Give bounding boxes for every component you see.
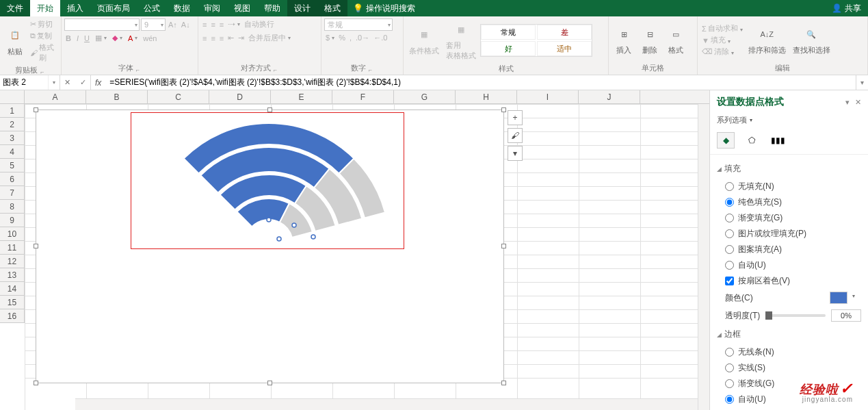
panel-close-icon[interactable]: ✕ (855, 98, 861, 107)
conditional-formatting[interactable]: ▦条件格式 (406, 24, 442, 57)
col-C[interactable]: C (148, 90, 209, 103)
series-options-dropdown[interactable]: 系列选项▾ (710, 114, 868, 129)
increase-decimal[interactable]: .0→ (354, 33, 371, 42)
col-J[interactable]: J (579, 90, 640, 103)
row-2[interactable]: 2 (0, 118, 24, 131)
color-picker[interactable] (830, 292, 847, 304)
bold-button[interactable]: B (64, 33, 73, 43)
select-all-corner[interactable] (0, 90, 25, 103)
number-format[interactable]: 常规 (324, 18, 393, 31)
handle-bl[interactable] (34, 381, 38, 385)
row-6[interactable]: 6 (0, 172, 24, 186)
col-D[interactable]: D (209, 90, 271, 103)
style-normal[interactable]: 常规 (481, 25, 536, 40)
no-line-radio[interactable]: 无线条(N) (717, 344, 861, 360)
orientation[interactable]: ⭬ (226, 20, 241, 29)
style-bad[interactable]: 差 (537, 25, 592, 40)
pattern-fill-radio[interactable]: 图案填充(A) (717, 242, 861, 257)
row-7[interactable]: 7 (0, 186, 24, 200)
number-launcher[interactable]: ⌐ (367, 66, 373, 73)
chart-elements-button[interactable]: + (508, 110, 523, 125)
tab-file[interactable]: 文件 (0, 0, 30, 16)
row-9[interactable]: 9 (0, 214, 24, 227)
worksheet-grid[interactable]: A B C D E F G H I J 12345678910111213141… (0, 90, 709, 410)
row-14[interactable]: 14 (0, 282, 24, 296)
col-E[interactable]: E (271, 90, 332, 103)
font-name[interactable] (64, 18, 140, 31)
transparency-value[interactable]: 0% (831, 309, 861, 322)
row-10[interactable]: 10 (0, 227, 24, 241)
align-bottom[interactable]: ≡ (218, 20, 225, 29)
increase-font[interactable]: A↑ (167, 18, 179, 31)
italic-button[interactable]: I (75, 33, 80, 43)
cell-styles-gallery[interactable]: 常规 差 好 适中 (480, 24, 592, 57)
tab-data[interactable]: 数据 (167, 0, 197, 16)
chart-object[interactable]: + 🖌 ▾ (36, 110, 504, 383)
align-left[interactable]: ≡ (201, 34, 208, 43)
tell-me[interactable]: 💡操作说明搜索 (347, 0, 421, 16)
border-section[interactable]: 边框 (717, 324, 861, 344)
find-select[interactable]: 🔍查找和选择 (790, 23, 833, 57)
decrease-decimal[interactable]: ←.0 (372, 33, 389, 42)
align-top[interactable]: ≡ (201, 20, 208, 29)
horizontal-scrollbar[interactable] (75, 398, 698, 410)
tab-format[interactable]: 格式 (317, 0, 347, 16)
col-G[interactable]: G (394, 90, 456, 103)
sort-filter[interactable]: A↓Z排序和筛选 (746, 23, 789, 57)
effects-tab[interactable]: ⬠ (743, 132, 761, 149)
solid-fill-radio[interactable]: 纯色填充(S) (717, 194, 861, 210)
panel-dropdown-icon[interactable]: ▾ (845, 98, 850, 107)
row-12[interactable]: 12 (0, 255, 24, 268)
handle-tr[interactable] (501, 107, 506, 112)
col-I[interactable]: I (517, 90, 579, 103)
style-neutral[interactable]: 适中 (537, 41, 592, 56)
handle-r[interactable] (501, 244, 506, 248)
fill-line-tab[interactable]: ◆ (717, 132, 735, 149)
font-color-button[interactable]: A (127, 33, 139, 43)
row-4[interactable]: 4 (0, 145, 24, 159)
tab-review[interactable]: 审阅 (197, 0, 227, 16)
cancel-formula[interactable]: ✕ (62, 78, 73, 87)
style-good[interactable]: 好 (481, 41, 536, 56)
underline-button[interactable]: U (83, 33, 91, 43)
wrap-text[interactable]: 自动换行 (243, 18, 276, 30)
merge-center[interactable]: 合并后居中 (247, 32, 292, 44)
font-size[interactable]: 9 (141, 18, 166, 31)
series-options-tab[interactable]: ▮▮▮ (769, 132, 787, 149)
cut-button[interactable]: ✂剪切 (29, 18, 58, 30)
row-3[interactable]: 3 (0, 131, 24, 145)
row-8[interactable]: 8 (0, 200, 24, 214)
solid-line-radio[interactable]: 实线(S) (717, 360, 861, 376)
align-launcher[interactable]: ⌐ (272, 66, 278, 73)
tab-insert[interactable]: 插入 (60, 0, 90, 16)
row-5[interactable]: 5 (0, 159, 24, 172)
tab-help[interactable]: 帮助 (257, 0, 287, 16)
handle-br[interactable] (501, 381, 506, 385)
no-fill-radio[interactable]: 无填充(N) (717, 179, 861, 194)
copy-button[interactable]: ⧉复制 (29, 30, 58, 42)
tab-home[interactable]: 开始 (30, 0, 60, 16)
fx-label[interactable]: fx (91, 75, 105, 90)
handle-b[interactable] (267, 381, 272, 385)
row-13[interactable]: 13 (0, 268, 24, 282)
col-B[interactable]: B (86, 90, 148, 103)
tab-formulas[interactable]: 公式 (137, 0, 167, 16)
paste-button[interactable]: 📋 粘贴 (3, 25, 27, 58)
col-H[interactable]: H (456, 90, 517, 103)
indent-dec[interactable]: ⇤ (226, 33, 235, 43)
clear-button[interactable]: ⌫清除 (700, 46, 744, 57)
col-A[interactable]: A (25, 90, 86, 103)
share-button[interactable]: 👤共享 (825, 0, 868, 16)
format-painter-button[interactable]: 🖌格式刷 (29, 42, 58, 64)
row-16[interactable]: 16 (0, 309, 24, 323)
row-15[interactable]: 15 (0, 296, 24, 309)
align-center[interactable]: ≡ (209, 34, 216, 43)
vertical-scrollbar[interactable] (698, 104, 709, 410)
row-11[interactable]: 11 (0, 241, 24, 255)
clipboard-launcher[interactable]: ⌐ (39, 68, 45, 75)
gradient-fill-radio[interactable]: 渐变填充(G) (717, 210, 861, 226)
format-cells[interactable]: ▭格式 (663, 23, 688, 57)
delete-cells[interactable]: ⊟删除 (637, 23, 662, 57)
name-box-input[interactable] (0, 75, 48, 90)
auto-fill-radio[interactable]: 自动(U) (717, 257, 861, 273)
